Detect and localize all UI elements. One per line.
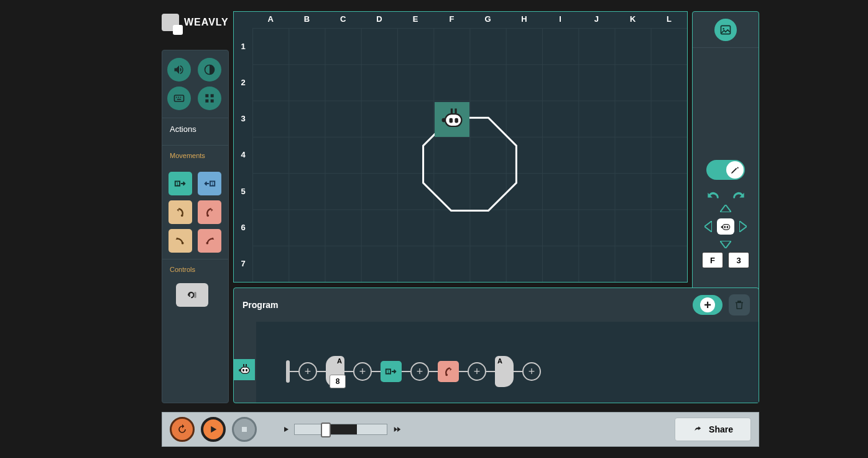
undo-icon[interactable] xyxy=(705,189,721,200)
share-label: Share xyxy=(709,424,733,434)
grid-button[interactable] xyxy=(198,86,221,110)
stop-icon xyxy=(239,424,249,434)
svg-point-17 xyxy=(206,242,209,245)
program-track[interactable]: + A 8 + 1 + + xyxy=(256,322,759,403)
app-logo: WEAVLY xyxy=(162,14,229,31)
program-title: Program xyxy=(242,300,693,310)
svg-rect-41 xyxy=(242,427,247,432)
loop-count-input[interactable]: 8 xyxy=(330,375,346,388)
svg-rect-2 xyxy=(176,97,177,98)
stop-button[interactable] xyxy=(232,417,257,442)
svg-rect-21 xyxy=(450,118,453,123)
robot-character[interactable] xyxy=(435,102,469,137)
svg-rect-4 xyxy=(180,97,182,98)
move-forward-tile[interactable]: 1 xyxy=(169,172,192,195)
reset-button[interactable] xyxy=(170,417,195,442)
insert-slot[interactable]: + xyxy=(298,362,317,381)
audio-button[interactable] xyxy=(167,58,191,82)
svg-rect-33 xyxy=(242,369,244,372)
col-header: F xyxy=(433,12,469,28)
col-header: J xyxy=(578,12,614,28)
robot-track-icon xyxy=(237,362,252,377)
share-button[interactable]: Share xyxy=(675,418,751,441)
left-sidebar: Actions Movements 1 1 xyxy=(162,50,229,403)
svg-rect-30 xyxy=(727,226,729,228)
turn-left-45-tile[interactable] xyxy=(169,200,192,224)
logo-icon xyxy=(162,14,179,31)
turn-right-90-tile[interactable] xyxy=(198,229,221,253)
trash-icon xyxy=(734,299,745,311)
svg-rect-24 xyxy=(451,108,453,113)
insert-slot[interactable]: + xyxy=(353,362,372,381)
loop-icon xyxy=(184,289,200,301)
insert-slot[interactable]: + xyxy=(522,362,541,381)
speed-slow-icon xyxy=(282,425,290,434)
svg-text:1: 1 xyxy=(177,181,179,187)
plus-icon: + xyxy=(700,297,715,312)
play-button[interactable] xyxy=(201,417,226,442)
col-header: I xyxy=(542,12,578,28)
svg-rect-34 xyxy=(246,369,247,372)
row-header: 2 xyxy=(234,64,252,100)
svg-rect-22 xyxy=(455,118,459,123)
dpad-down[interactable] xyxy=(720,241,731,248)
col-header: H xyxy=(506,12,542,28)
turn-right-45-tile[interactable] xyxy=(198,200,221,224)
svg-rect-18 xyxy=(194,292,196,298)
column-headers: A B C D E F G H I J K L xyxy=(234,12,687,28)
forward-icon: 1 xyxy=(384,365,398,378)
col-header: L xyxy=(651,12,687,28)
pen-icon xyxy=(730,165,740,175)
contrast-icon xyxy=(203,63,216,76)
svg-point-40 xyxy=(445,374,448,376)
speed-fast-icon xyxy=(391,425,404,434)
program-panel: Program + + A 8 + xyxy=(233,287,759,403)
loop-tile[interactable] xyxy=(176,283,208,307)
row-headers: 1 2 3 4 5 6 7 xyxy=(234,28,252,282)
svg-rect-37 xyxy=(246,364,247,367)
col-header: K xyxy=(615,12,651,28)
robot-icon xyxy=(438,106,466,133)
add-node-button[interactable]: + xyxy=(693,295,723,315)
speaker-icon xyxy=(173,63,185,76)
dpad-up[interactable] xyxy=(720,205,731,212)
forward-icon: 1 xyxy=(173,177,187,190)
playback-bar: Share xyxy=(162,412,759,447)
delete-button[interactable] xyxy=(729,294,750,315)
turn-left-90-tile[interactable] xyxy=(169,229,192,253)
insert-slot[interactable]: + xyxy=(468,362,486,381)
movements-heading: Movements xyxy=(170,152,221,163)
keyboard-button[interactable] xyxy=(167,86,191,110)
move-backward-tile[interactable]: 1 xyxy=(198,172,221,195)
loop-start-block[interactable]: A 8 xyxy=(326,356,344,387)
program-forward-block[interactable]: 1 xyxy=(381,361,402,382)
speed-slider[interactable] xyxy=(294,424,387,435)
col-header: D xyxy=(361,12,397,28)
apps-icon xyxy=(203,92,216,105)
redo-icon[interactable] xyxy=(731,189,747,200)
svg-rect-28 xyxy=(723,225,730,230)
col-header: C xyxy=(325,12,361,28)
svg-text:1: 1 xyxy=(387,369,390,375)
col-header: G xyxy=(470,12,506,28)
theme-button[interactable] xyxy=(198,58,221,82)
svg-point-35 xyxy=(239,369,241,372)
image-icon xyxy=(719,24,732,36)
program-turn-right-block[interactable] xyxy=(438,361,459,382)
loop-end-block[interactable]: A xyxy=(495,356,514,387)
svg-point-14 xyxy=(181,215,183,217)
position-col-input[interactable]: F xyxy=(702,252,723,268)
slider-thumb[interactable] xyxy=(321,423,331,437)
background-button[interactable] xyxy=(714,19,737,41)
turn-right-45-icon xyxy=(203,205,216,219)
scene-canvas[interactable]: A B C D E F G H I J K L 1 2 3 4 5 6 7 xyxy=(233,11,688,283)
turn-left-90-icon xyxy=(173,234,187,248)
insert-slot[interactable]: + xyxy=(410,362,429,381)
pen-toggle[interactable] xyxy=(706,160,745,180)
turn-left-45-icon xyxy=(173,205,187,219)
svg-rect-1 xyxy=(175,95,184,101)
svg-rect-5 xyxy=(177,99,182,100)
dpad-right[interactable] xyxy=(739,221,747,232)
position-row-input[interactable]: 3 xyxy=(728,252,749,268)
dpad-left[interactable] xyxy=(704,221,712,232)
